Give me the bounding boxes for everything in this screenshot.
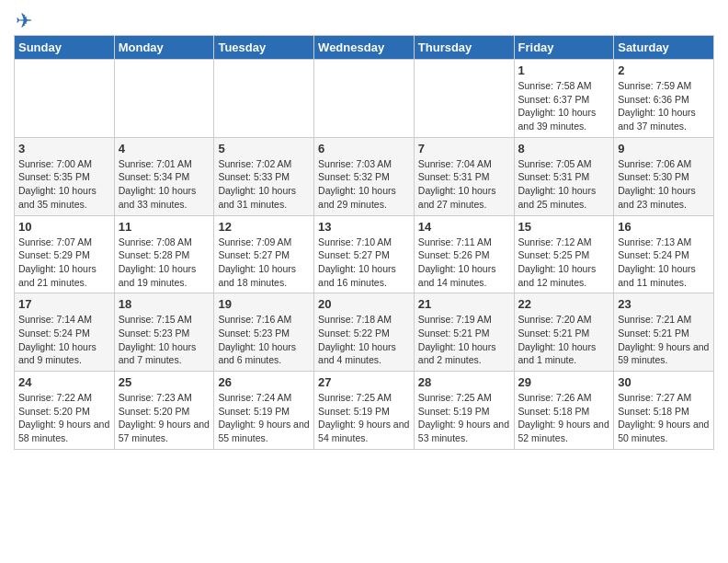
calendar-day-cell: 6Sunrise: 7:03 AM Sunset: 5:32 PM Daylig… — [314, 137, 415, 215]
day-number: 22 — [518, 297, 610, 311]
day-number: 3 — [18, 142, 110, 155]
calendar-day-cell: 4Sunrise: 7:01 AM Sunset: 5:34 PM Daylig… — [114, 137, 214, 215]
day-info: Sunrise: 7:14 AM Sunset: 5:24 PM Dayligh… — [18, 313, 110, 367]
day-info: Sunrise: 7:13 AM Sunset: 5:24 PM Dayligh… — [618, 236, 710, 290]
day-info: Sunrise: 7:21 AM Sunset: 5:21 PM Dayligh… — [618, 313, 710, 367]
calendar-week-row: 1Sunrise: 7:58 AM Sunset: 6:37 PM Daylig… — [15, 60, 714, 138]
day-number: 8 — [518, 142, 610, 155]
day-info: Sunrise: 7:27 AM Sunset: 5:18 PM Dayligh… — [618, 391, 710, 445]
calendar-table: SundayMondayTuesdayWednesdayThursdayFrid… — [14, 35, 714, 450]
logo: ✈ — [14, 9, 32, 28]
calendar-day-cell: 8Sunrise: 7:05 AM Sunset: 5:31 PM Daylig… — [514, 137, 614, 215]
calendar-day-cell: 29Sunrise: 7:26 AM Sunset: 5:18 PM Dayli… — [514, 372, 614, 450]
day-info: Sunrise: 7:11 AM Sunset: 5:26 PM Dayligh… — [418, 236, 510, 290]
calendar-week-row: 24Sunrise: 7:22 AM Sunset: 5:20 PM Dayli… — [15, 372, 714, 450]
day-number: 11 — [119, 220, 210, 234]
day-info: Sunrise: 7:25 AM Sunset: 5:19 PM Dayligh… — [318, 391, 410, 445]
day-number: 20 — [318, 297, 410, 311]
calendar-day-cell: 27Sunrise: 7:25 AM Sunset: 5:19 PM Dayli… — [314, 372, 415, 450]
calendar-day-cell: 25Sunrise: 7:23 AM Sunset: 5:20 PM Dayli… — [114, 372, 214, 450]
day-number: 9 — [618, 142, 710, 155]
day-number: 4 — [119, 142, 210, 155]
day-number: 2 — [618, 63, 710, 77]
calendar-day-cell: 24Sunrise: 7:22 AM Sunset: 5:20 PM Dayli… — [15, 372, 115, 450]
calendar-day-cell: 1Sunrise: 7:58 AM Sunset: 6:37 PM Daylig… — [514, 60, 614, 138]
calendar-day-cell: 19Sunrise: 7:16 AM Sunset: 5:23 PM Dayli… — [214, 293, 314, 372]
day-number: 18 — [119, 297, 210, 311]
calendar-day-cell — [414, 60, 514, 138]
day-number: 1 — [518, 63, 610, 77]
day-number: 7 — [418, 142, 510, 155]
logo-bird-icon: ✈ — [16, 9, 32, 33]
calendar-day-cell: 21Sunrise: 7:19 AM Sunset: 5:21 PM Dayli… — [414, 293, 514, 372]
day-number: 28 — [418, 375, 510, 389]
day-number: 19 — [218, 297, 310, 311]
day-info: Sunrise: 7:02 AM Sunset: 5:33 PM Dayligh… — [218, 157, 310, 212]
page-container: ✈ SundayMondayTuesdayWednesdayThursdayFr… — [0, 0, 728, 459]
calendar-day-cell: 5Sunrise: 7:02 AM Sunset: 5:33 PM Daylig… — [214, 137, 314, 215]
calendar-day-cell: 22Sunrise: 7:20 AM Sunset: 5:21 PM Dayli… — [514, 293, 614, 372]
calendar-day-cell: 3Sunrise: 7:00 AM Sunset: 5:35 PM Daylig… — [15, 137, 115, 215]
day-info: Sunrise: 7:20 AM Sunset: 5:21 PM Dayligh… — [518, 313, 610, 367]
calendar-day-cell: 28Sunrise: 7:25 AM Sunset: 5:19 PM Dayli… — [414, 372, 514, 450]
calendar-day-cell — [15, 60, 115, 138]
day-info: Sunrise: 7:12 AM Sunset: 5:25 PM Dayligh… — [518, 236, 610, 290]
day-info: Sunrise: 7:00 AM Sunset: 5:35 PM Dayligh… — [18, 157, 110, 212]
calendar-header-row: SundayMondayTuesdayWednesdayThursdayFrid… — [15, 36, 714, 60]
day-info: Sunrise: 7:24 AM Sunset: 5:19 PM Dayligh… — [218, 391, 310, 445]
day-number: 6 — [318, 142, 410, 155]
day-info: Sunrise: 7:01 AM Sunset: 5:34 PM Dayligh… — [119, 157, 210, 212]
header: ✈ — [14, 9, 714, 28]
day-info: Sunrise: 7:06 AM Sunset: 5:30 PM Dayligh… — [618, 157, 710, 212]
day-info: Sunrise: 7:58 AM Sunset: 6:37 PM Dayligh… — [518, 79, 610, 133]
day-info: Sunrise: 7:10 AM Sunset: 5:27 PM Dayligh… — [318, 236, 410, 290]
day-number: 10 — [18, 220, 110, 234]
day-info: Sunrise: 7:09 AM Sunset: 5:27 PM Dayligh… — [218, 236, 310, 290]
day-info: Sunrise: 7:19 AM Sunset: 5:21 PM Dayligh… — [418, 313, 510, 367]
calendar-day-cell: 16Sunrise: 7:13 AM Sunset: 5:24 PM Dayli… — [614, 215, 714, 293]
calendar-day-cell: 26Sunrise: 7:24 AM Sunset: 5:19 PM Dayli… — [214, 372, 314, 450]
day-info: Sunrise: 7:23 AM Sunset: 5:20 PM Dayligh… — [119, 391, 210, 445]
weekday-header: Monday — [114, 36, 214, 60]
calendar-day-cell — [114, 60, 214, 138]
calendar-day-cell — [314, 60, 415, 138]
day-number: 30 — [618, 375, 710, 389]
calendar-week-row: 17Sunrise: 7:14 AM Sunset: 5:24 PM Dayli… — [15, 293, 714, 372]
day-number: 25 — [119, 375, 210, 389]
day-number: 26 — [218, 375, 310, 389]
calendar-day-cell: 14Sunrise: 7:11 AM Sunset: 5:26 PM Dayli… — [414, 215, 514, 293]
calendar-day-cell: 9Sunrise: 7:06 AM Sunset: 5:30 PM Daylig… — [614, 137, 714, 215]
day-number: 23 — [618, 297, 710, 311]
calendar-day-cell: 30Sunrise: 7:27 AM Sunset: 5:18 PM Dayli… — [614, 372, 714, 450]
calendar-day-cell: 15Sunrise: 7:12 AM Sunset: 5:25 PM Dayli… — [514, 215, 614, 293]
day-info: Sunrise: 7:18 AM Sunset: 5:22 PM Dayligh… — [318, 313, 410, 367]
calendar-day-cell: 17Sunrise: 7:14 AM Sunset: 5:24 PM Dayli… — [15, 293, 115, 372]
calendar-day-cell — [214, 60, 314, 138]
calendar-day-cell: 10Sunrise: 7:07 AM Sunset: 5:29 PM Dayli… — [15, 215, 115, 293]
day-info: Sunrise: 7:05 AM Sunset: 5:31 PM Dayligh… — [518, 157, 610, 212]
day-info: Sunrise: 7:26 AM Sunset: 5:18 PM Dayligh… — [518, 391, 610, 445]
day-number: 13 — [318, 220, 410, 234]
day-number: 15 — [518, 220, 610, 234]
weekday-header: Friday — [514, 36, 614, 60]
day-info: Sunrise: 7:04 AM Sunset: 5:31 PM Dayligh… — [418, 157, 510, 212]
day-info: Sunrise: 7:15 AM Sunset: 5:23 PM Dayligh… — [119, 313, 210, 367]
calendar-day-cell: 11Sunrise: 7:08 AM Sunset: 5:28 PM Dayli… — [114, 215, 214, 293]
weekday-header: Saturday — [614, 36, 714, 60]
day-number: 12 — [218, 220, 310, 234]
weekday-header: Sunday — [15, 36, 115, 60]
day-info: Sunrise: 7:08 AM Sunset: 5:28 PM Dayligh… — [119, 236, 210, 290]
weekday-header: Wednesday — [314, 36, 415, 60]
day-number: 16 — [618, 220, 710, 234]
calendar-day-cell: 7Sunrise: 7:04 AM Sunset: 5:31 PM Daylig… — [414, 137, 514, 215]
calendar-day-cell: 2Sunrise: 7:59 AM Sunset: 6:36 PM Daylig… — [614, 60, 714, 138]
day-info: Sunrise: 7:16 AM Sunset: 5:23 PM Dayligh… — [218, 313, 310, 367]
day-number: 5 — [218, 142, 310, 155]
day-number: 17 — [18, 297, 110, 311]
weekday-header: Tuesday — [214, 36, 314, 60]
day-info: Sunrise: 7:07 AM Sunset: 5:29 PM Dayligh… — [18, 236, 110, 290]
calendar-day-cell: 13Sunrise: 7:10 AM Sunset: 5:27 PM Dayli… — [314, 215, 415, 293]
calendar-week-row: 3Sunrise: 7:00 AM Sunset: 5:35 PM Daylig… — [15, 137, 714, 215]
day-info: Sunrise: 7:22 AM Sunset: 5:20 PM Dayligh… — [18, 391, 110, 445]
weekday-header: Thursday — [414, 36, 514, 60]
